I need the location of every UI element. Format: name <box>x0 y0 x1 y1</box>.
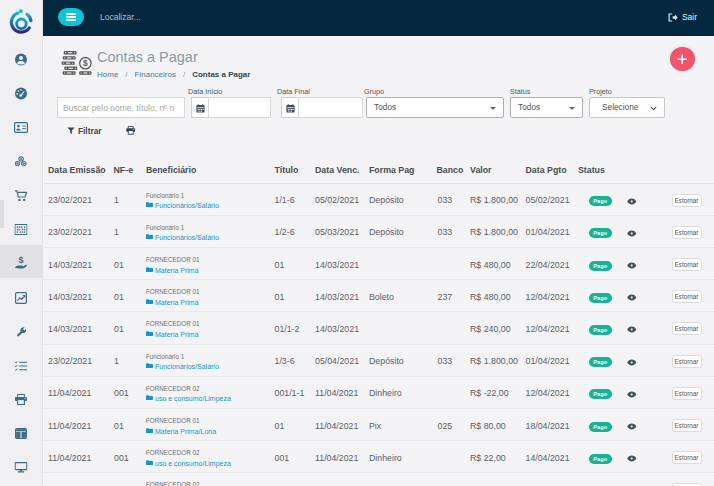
svg-text:$: $ <box>83 58 88 68</box>
svg-text:$: $ <box>18 256 23 265</box>
